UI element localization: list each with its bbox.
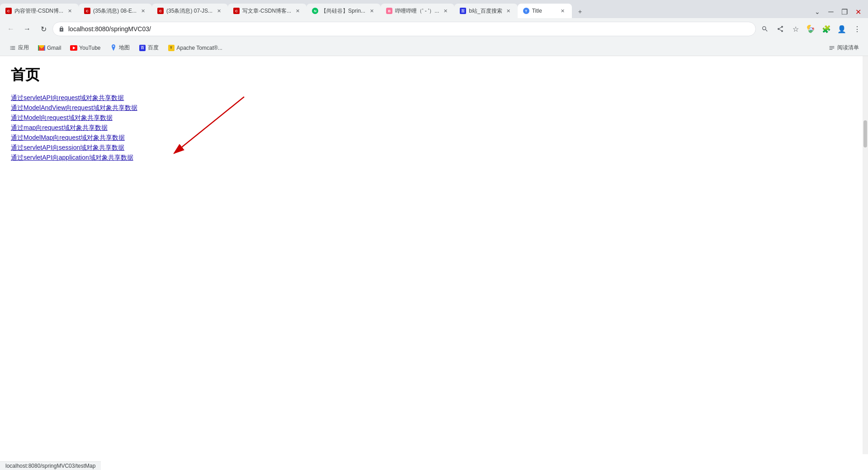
svg-point-2 [810,28,812,30]
tab-5-favicon: N [312,8,318,14]
tab-4-favicon: C [233,8,240,14]
link-servlet-api-application[interactable]: 通过servletAPI向application域对象共享数据 [11,154,857,162]
svg-rect-4 [44,45,45,51]
tab-8[interactable]: T Title ✕ [518,4,572,18]
reader-mode-button[interactable]: 阅读清单 [825,42,863,53]
tab-1-close[interactable]: ✕ [66,7,73,14]
new-tab-button[interactable]: ＋ [574,5,586,18]
tab-6-favicon: B [386,8,392,14]
bookmark-maps-label: 地图 [119,44,130,52]
tab-7[interactable]: 百 b站_百度搜索 ✕ [454,4,517,18]
maps-icon [110,44,117,52]
tab-list-button[interactable]: ⌄ [811,5,824,18]
bookmarks-bar: 应用 Gmail YouTube [0,40,868,56]
tab-1-favicon: C [5,8,12,14]
tab-3-close[interactable]: ✕ [215,7,222,14]
menu-button[interactable]: ⋮ [850,22,864,36]
bookmark-baidu[interactable]: 百 百度 [135,42,162,53]
link-model-map-request[interactable]: 通过ModelMap向request域对象共享数据 [11,134,857,142]
minimize-button[interactable]: ─ [825,5,837,18]
links-list: 通过servletAPI向request域对象共享数据 通过ModelAndVi… [11,94,857,162]
tab-1[interactable]: C 内容管理-CSDN博... ✕ [0,4,79,18]
tab-1-title: 内容管理-CSDN博... [14,7,63,15]
toolbar-right: ☆ 🧩 👤 ⋮ [758,22,864,36]
tab-8-title: Title [532,8,557,14]
tab-2[interactable]: C (35条消息) 08-E... ✕ [79,4,152,18]
tab-6-close[interactable]: ✕ [442,7,449,14]
tab-6-title: 哔哩哔哩（' - '）... [395,7,439,15]
bookmark-maps[interactable]: 地图 [106,42,133,53]
bookmark-youtube-label: YouTube [79,45,100,51]
page-content: 首页 通过servletAPI向request域对象共享数据 通过ModelAn… [0,56,868,463]
tab-3[interactable]: C (35条消息) 07-JS... ✕ [152,4,228,18]
tab-3-title: (35条消息) 07-JS... [166,7,212,15]
tab-4[interactable]: C 写文章-CSDN博客... ✕ [228,4,307,18]
maximize-button[interactable]: ❐ [838,5,851,18]
tab-8-favicon: T [523,8,529,14]
close-button[interactable]: ✕ [852,5,864,18]
back-button[interactable]: ← [4,22,18,36]
tab-bar: C 内容管理-CSDN博... ✕ C (35条消息) 08-E... ✕ C … [0,0,868,18]
tab-7-close[interactable]: ✕ [505,7,512,14]
reload-button[interactable]: ↻ [36,22,51,36]
scrollbar-track [863,56,868,454]
chrome-icon-button[interactable] [804,22,818,36]
bookmark-apps[interactable]: 应用 [5,42,33,53]
bookmark-baidu-label: 百度 [148,44,159,52]
scrollbar-thumb[interactable] [863,120,867,147]
tab-5-close[interactable]: ✕ [368,7,375,14]
tab-7-favicon: 百 [460,8,466,14]
share-icon [777,25,784,33]
url-text: localhost:8080/springMVC03/ [68,25,750,33]
status-bar: localhost:8080/springMVC03/testMap [0,461,101,463]
search-button[interactable] [758,22,772,36]
svg-rect-3 [38,45,39,51]
bookmark-star-button[interactable]: ☆ [788,22,803,36]
status-url: localhost:8080/springMVC03/testMap [5,463,95,463]
window-controls: ⌄ ─ ❐ ✕ [811,5,868,18]
link-model-request[interactable]: 通过Model向request域对象共享数据 [11,114,857,122]
address-bar[interactable]: localhost:8080/springMVC03/ [52,22,756,36]
gmail-icon [38,44,45,52]
tab-5-title: 【尚硅谷】Sprin... [321,7,365,15]
share-button[interactable] [773,22,788,36]
youtube-icon [70,44,77,52]
link-servlet-api-request[interactable]: 通过servletAPI向request域对象共享数据 [11,94,857,102]
reader-mode-icon [828,44,835,52]
tab-8-close[interactable]: ✕ [559,7,566,14]
forward-button[interactable]: → [20,22,34,36]
apps-icon [9,44,16,52]
bookmark-youtube[interactable]: YouTube [66,43,104,53]
bookmark-apps-label: 应用 [18,44,29,52]
tab-4-title: 写文章-CSDN博客... [242,7,291,15]
lock-icon [58,26,65,32]
link-model-and-view-request[interactable]: 通过ModelAndView向request域对象共享数据 [11,104,857,112]
tab-6[interactable]: B 哔哩哔哩（' - '）... ✕ [381,4,454,18]
browser-chrome: C 内容管理-CSDN博... ✕ C (35条消息) 08-E... ✕ C … [0,0,868,56]
page-title: 首页 [11,65,857,85]
tab-5[interactable]: N 【尚硅谷】Sprin... ✕ [307,4,381,18]
tab-4-close[interactable]: ✕ [294,7,301,14]
tab-2-close[interactable]: ✕ [139,7,146,14]
baidu-icon: 百 [139,44,146,52]
reader-mode-label: 阅读清单 [837,44,859,52]
bookmark-gmail-label: Gmail [47,45,61,51]
bookmark-tomcat-label: Apache Tomcat®... [177,45,222,51]
tomcat-icon: T [168,44,175,52]
tab-2-favicon: C [84,8,90,14]
link-servlet-api-session[interactable]: 通过servletAPI向session域对象共享数据 [11,144,857,152]
bookmark-gmail[interactable]: Gmail [34,43,65,53]
tab-7-title: b站_百度搜索 [469,7,502,15]
tab-3-favicon: C [157,8,164,14]
extensions-button[interactable]: 🧩 [819,22,834,36]
profile-button[interactable]: 👤 [835,22,849,36]
chrome-icon [807,25,815,33]
address-bar-row: ← → ↻ localhost:8080/springMVC03/ ☆ [0,18,868,40]
bookmark-tomcat[interactable]: T Apache Tomcat®... [164,43,226,53]
tab-2-title: (35条消息) 08-E... [93,7,137,15]
search-icon [761,25,769,33]
link-map-request[interactable]: 通过map向request域对象共享数据 [11,124,857,132]
